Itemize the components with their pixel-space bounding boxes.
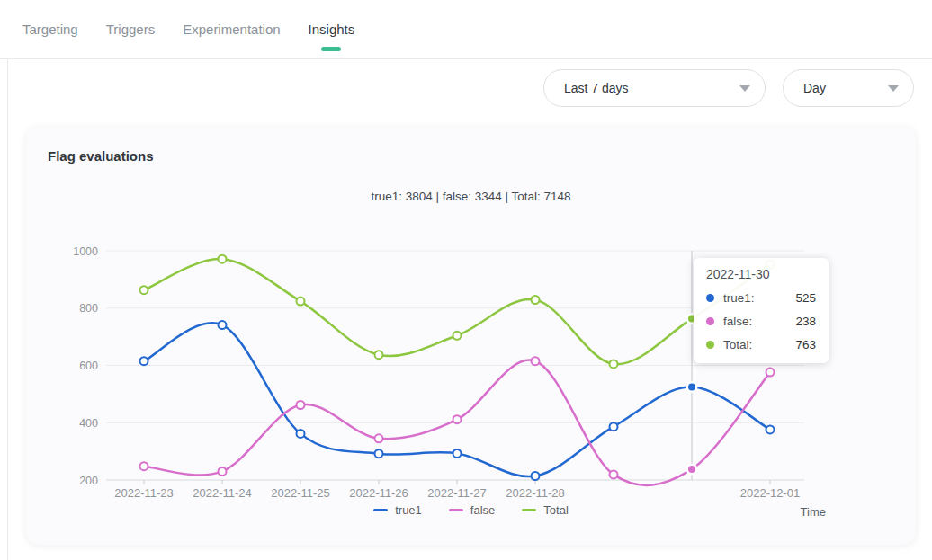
x-axis-title: Time [801,505,826,519]
hover-point-true1 [688,383,695,390]
y-tick-label: 800 [79,302,98,315]
chart-legend: true1falseTotal [26,503,916,517]
legend-dash-icon [373,509,388,511]
y-tick-label: 400 [79,417,98,430]
date-range-select[interactable]: Last 7 days [543,69,766,107]
x-tick-label: 2022-11-28 [506,486,565,500]
data-point-true1 [219,321,227,329]
tooltip-series-label: true1: [723,291,755,305]
series-color-dot [706,317,714,325]
legend-item-total[interactable]: Total [522,503,568,517]
data-point-true1 [453,449,462,458]
data-point-false [766,369,775,377]
x-tick-label: 2022-12-01 [740,486,801,500]
data-point-total [375,351,383,359]
data-point-total [453,332,462,340]
data-point-true1 [297,430,305,438]
page: TargetingTriggersExperimentationInsights… [0,0,932,560]
tooltip-row: false:238 [706,315,816,328]
tooltip-series-label: Total: [723,338,752,351]
series-line-total [144,259,770,364]
data-point-false [375,434,383,442]
data-point-total [532,296,540,304]
data-point-false [140,462,148,470]
y-tick-label: 600 [79,360,98,372]
y-tick-label: 1000 [73,245,98,258]
y-tick-label: 200 [79,475,98,487]
x-tick-label: 2022-11-24 [193,486,252,500]
tooltip-rows: true1:525false:238Total:763 [706,291,816,351]
tab-triggers[interactable]: Triggers [106,20,155,39]
data-point-total [610,360,618,368]
data-point-total [140,286,148,294]
tooltip-date: 2022-11-30 [706,267,816,281]
tooltip-series-value: 238 [795,315,816,328]
content-panel: Last 7 days Day Flag evaluations true1: … [7,59,932,560]
tooltip-row: Total:763 [706,338,816,351]
active-tab-indicator [321,47,341,51]
tooltip-series-value: 763 [795,338,816,351]
x-tick-label: 2022-11-26 [349,486,408,500]
data-point-true1 [375,449,383,458]
tooltip-series-label: false: [723,315,752,328]
data-point-false [453,415,462,423]
legend-label: true1 [395,503,422,517]
legend-label: Total [543,503,568,517]
tab-bar: TargetingTriggersExperimentationInsights [0,0,932,59]
filters-row: Last 7 days Day [8,59,932,107]
data-point-total [219,255,227,263]
x-tick-label: 2022-11-27 [427,486,487,500]
chevron-down-icon [888,85,899,92]
chevron-down-icon [739,85,750,92]
flag-evaluations-card: Flag evaluations true1: 3804 | false: 33… [26,127,916,545]
x-tick-label: 2022-11-25 [271,486,330,500]
data-point-total [297,298,305,306]
x-tick-label: 2022-11-23 [114,486,174,500]
data-point-false [532,357,540,365]
tab-experimentation[interactable]: Experimentation [183,20,280,39]
data-point-false [219,467,227,476]
data-point-true1 [532,472,540,480]
granularity-value: Day [803,81,826,95]
tab-insights[interactable]: Insights [309,20,355,39]
tab-targeting[interactable]: Targeting [22,20,78,39]
legend-dash-icon [449,509,463,511]
data-point-false [610,470,618,478]
tooltip-series-value: 525 [795,291,816,305]
chart-tooltip: 2022-11-30 true1:525false:238Total:763 [694,258,829,363]
tooltip-row: true1:525 [706,291,816,305]
legend-dash-icon [522,509,536,511]
data-point-true1 [140,357,148,365]
series-color-dot [706,294,714,302]
data-point-false [297,401,305,409]
legend-item-false[interactable]: false [449,503,495,517]
data-point-true1 [610,422,618,431]
data-point-true1 [766,425,775,433]
date-range-value: Last 7 days [564,81,629,95]
legend-label: false [470,503,495,517]
series-color-dot [706,341,714,349]
legend-item-true1[interactable]: true1 [373,503,422,517]
hover-point-false [688,466,695,473]
granularity-select[interactable]: Day [783,69,914,107]
